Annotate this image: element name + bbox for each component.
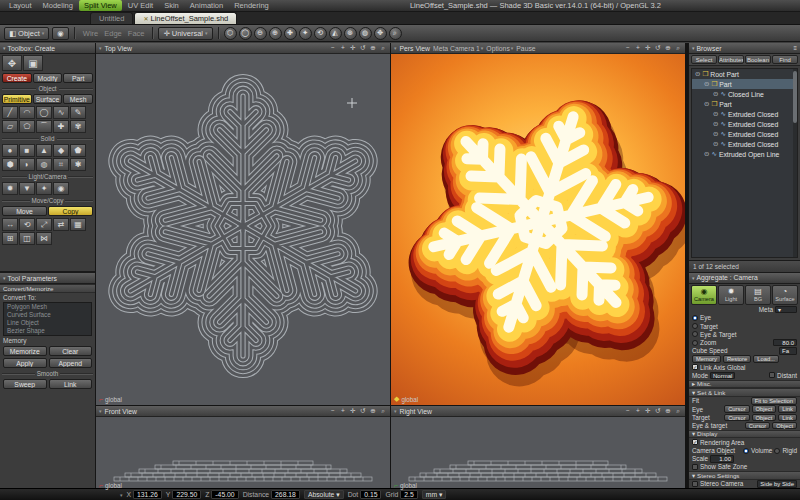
tool-parameters-header[interactable]: ▾ Tool Parameters (0, 273, 95, 284)
eye-icon[interactable]: ⊙ (704, 80, 709, 88)
eye-icon[interactable]: ⊙ (713, 130, 718, 138)
coordinate-mode-dropdown[interactable]: Absolute ▾ (304, 490, 344, 499)
pers-viewport-canvas[interactable]: ◆ global (391, 54, 685, 405)
link-axis-checkbox[interactable]: ✓ (692, 364, 698, 370)
viewport-control-6[interactable]: ⌕ (674, 44, 682, 52)
tree-scrollbar[interactable] (793, 69, 797, 257)
restore-button[interactable]: Restore (723, 355, 751, 363)
transform-tool-icon-6[interactable]: ⊞ (2, 232, 18, 245)
viewport-control-2[interactable]: + (634, 44, 642, 52)
menu-tab-rendering[interactable]: Rendering (229, 0, 274, 11)
line-tool-icon-6[interactable]: ▱ (2, 120, 18, 133)
display-section-header[interactable]: ▾ Display (689, 430, 800, 439)
line-tool-icon-10[interactable]: ✾ (70, 120, 86, 133)
options-dropdown[interactable]: Options▾ (486, 45, 513, 52)
eye-radio[interactable] (692, 315, 698, 321)
convert-to-listbox[interactable]: Polygon MeshCurved SurfaceLine ObjectBez… (3, 302, 92, 336)
toolbar-icon-4[interactable]: ⊕ (269, 27, 282, 40)
line-tool-icon-9[interactable]: ✚ (53, 120, 69, 133)
set-link-section-header[interactable]: ▾ Set & Link (689, 388, 800, 397)
viewport-control-1[interactable]: − (624, 407, 632, 415)
viewport-control-6[interactable]: ⌕ (379, 407, 387, 415)
viewport-control-5[interactable]: ⊕ (369, 44, 377, 52)
solid-tool-icon-3[interactable]: ▲ (36, 144, 52, 157)
menu-tab-modeling[interactable]: Modeling (38, 0, 78, 11)
memorize-button[interactable]: Memorize (3, 346, 47, 356)
viewport-control-1[interactable]: − (329, 44, 337, 52)
volume-radio[interactable] (743, 448, 749, 454)
perspective-viewport[interactable]: ▾ Pers View Meta Camera 1▾ Options▾ Paus… (391, 43, 685, 405)
line-tool-icon-8[interactable]: ⌒ (36, 120, 52, 133)
eye-icon[interactable]: ⊙ (704, 100, 709, 108)
viewport-control-4[interactable]: ↺ (359, 407, 367, 415)
pause-button[interactable]: Pause (516, 45, 535, 52)
viewport-control-4[interactable]: ↺ (654, 44, 662, 52)
tree-item-extruded-closed[interactable]: ⊙∿Extruded Closed (692, 139, 797, 149)
create-tool-icon-2[interactable]: ▣ (23, 55, 43, 71)
distant-checkbox[interactable] (769, 372, 775, 378)
toolbar-icon-7[interactable]: ⟲ (314, 27, 327, 40)
stereo-camera-checkbox[interactable] (692, 481, 698, 487)
toolbox-header[interactable]: ▾ Toolbox: Create (0, 43, 95, 54)
browser-tab-attributes[interactable]: Attributes (718, 55, 744, 64)
solid-tool-icon-1[interactable]: ● (2, 144, 18, 157)
tree-item-root-part[interactable]: ⊙❒Root Part (692, 69, 797, 79)
menu-tab-animation[interactable]: Animation (185, 0, 228, 11)
line-tool-icon-7[interactable]: ⬠ (19, 120, 35, 133)
toolbar-icon-6[interactable]: ✦ (299, 27, 312, 40)
browser-tab-find[interactable]: Find (772, 55, 798, 64)
convert-memorize-header[interactable]: Convert/Memorize (0, 284, 95, 293)
tree-item-extruded-closed[interactable]: ⊙∿Extruded Closed (692, 119, 797, 129)
tree-item-extruded-closed[interactable]: ⊙∿Extruded Closed (692, 109, 797, 119)
viewport-control-3[interactable]: ✛ (644, 44, 652, 52)
target-radio[interactable] (692, 323, 698, 329)
convert-option-curved-surface[interactable]: Curved Surface (4, 311, 91, 319)
primitive-button[interactable]: Primitive (2, 94, 32, 104)
object-mode-dropdown[interactable]: ◧ Object ▾ (4, 27, 49, 40)
zoom-value-field[interactable]: 80.0 (773, 339, 797, 347)
solid-tool-icon-10[interactable]: ✱ (70, 158, 86, 171)
toolbar-icon-11[interactable]: ✥ (374, 27, 387, 40)
menu-tab-skin[interactable]: Skin (159, 0, 184, 11)
aggregate-header[interactable]: ▾ Aggregate : Camera (689, 273, 800, 284)
viewport-control-6[interactable]: ⌕ (674, 407, 682, 415)
eye-icon[interactable]: ⊙ (713, 110, 718, 118)
viewport-control-3[interactable]: ✛ (349, 407, 357, 415)
eye-object-button[interactable]: Object (752, 405, 777, 413)
toolbar-icon-5[interactable]: ✚ (284, 27, 297, 40)
viewport-control-3[interactable]: ✛ (349, 44, 357, 52)
eye-target-cursor-button[interactable]: Cursor (745, 422, 770, 430)
eye-target-radio[interactable] (692, 331, 698, 337)
tree-item-extruded-open-line[interactable]: ⊙∿Extruded Open Line (692, 149, 797, 159)
solid-tool-icon-6[interactable]: ⬢ (2, 158, 18, 171)
top-viewport-canvas[interactable]: ⌐ global (96, 54, 390, 405)
copy-button[interactable]: Copy (48, 206, 93, 216)
transform-tool-icon-1[interactable]: ↔ (2, 218, 18, 231)
mode-button-wire[interactable]: Wire (80, 29, 101, 38)
solid-tool-icon-7[interactable]: ◗ (19, 158, 35, 171)
fit-to-selection-button[interactable]: Fit to Selection (751, 397, 797, 405)
stereo-mode-dropdown[interactable]: Side by Side (757, 480, 797, 488)
light-camera-tool-icon-2[interactable]: ▼ (19, 182, 35, 195)
toolbar-icon-8[interactable]: ◭ (329, 27, 342, 40)
scrollbar-thumb[interactable] (793, 71, 797, 123)
apply-button[interactable]: Apply (3, 358, 47, 368)
target-link-button[interactable]: Link (778, 414, 797, 422)
menu-tab-layout[interactable]: Layout (4, 0, 37, 11)
toolbar-icon-1[interactable]: ⬡ (224, 27, 237, 40)
viewport-control-2[interactable]: + (339, 44, 347, 52)
viewport-control-2[interactable]: + (339, 407, 347, 415)
browser-tab-boolean[interactable]: Boolean (745, 55, 771, 64)
meta-dropdown[interactable]: ▾ (775, 306, 797, 314)
aggregate-tab-light[interactable]: ✹Light (718, 285, 744, 305)
eye-icon[interactable]: ⊙ (695, 70, 700, 78)
right-viewport[interactable]: ▾ Right View −+✛↺⊕⌕ ⌐ global (391, 406, 685, 491)
camera-select-dropdown[interactable]: Meta Camera 1▾ (433, 45, 483, 52)
solid-tool-icon-9[interactable]: ⌗ (53, 158, 69, 171)
chevron-down-icon[interactable]: ▾ (120, 492, 123, 498)
eye-icon[interactable]: ⊙ (704, 150, 709, 158)
viewport-control-1[interactable]: − (624, 44, 632, 52)
browser-tab-select[interactable]: Select (691, 55, 717, 64)
unit-dropdown[interactable]: mm ▾ (422, 490, 447, 499)
viewport-control-5[interactable]: ⊕ (664, 407, 672, 415)
